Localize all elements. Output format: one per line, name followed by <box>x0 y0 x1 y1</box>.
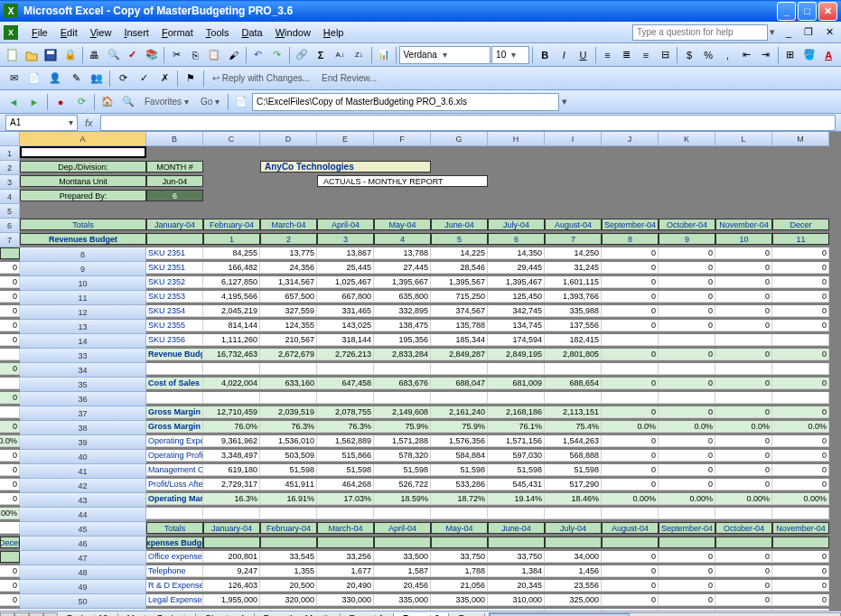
data-cell[interactable]: 0 <box>602 349 659 360</box>
data-cell[interactable]: 0.0% <box>0 435 20 447</box>
data-cell[interactable]: 18.72% <box>431 493 488 505</box>
row-header-46[interactable]: 46 <box>20 537 146 551</box>
data-cell[interactable] <box>374 392 431 404</box>
data-cell[interactable]: 619,180 <box>203 464 260 476</box>
row-label[interactable]: Operating Margin % <box>146 493 203 505</box>
row-header-11[interactable]: 11 <box>20 291 146 305</box>
data-cell[interactable]: 0.00% <box>0 508 20 519</box>
col-header-J[interactable]: J <box>602 132 659 146</box>
row-label[interactable]: Gross Margin % <box>146 421 203 433</box>
data-cell[interactable]: 1,601,115 <box>545 276 602 288</box>
data-cell[interactable]: 0 <box>0 276 20 288</box>
row-label[interactable]: Operating Profit/Loss <box>146 450 203 462</box>
data-cell[interactable]: 0 <box>0 334 20 346</box>
data-cell[interactable]: 0 <box>0 392 20 404</box>
row-label[interactable]: Revenue Budget <box>146 349 203 360</box>
data-cell[interactable]: 0 <box>659 479 715 490</box>
data-cell[interactable] <box>715 334 772 346</box>
bold-icon[interactable]: B <box>536 45 554 65</box>
back-icon[interactable]: ◄ <box>4 92 23 112</box>
data-cell[interactable]: 0 <box>772 406 829 418</box>
data-cell[interactable]: 0 <box>772 291 829 303</box>
data-cell[interactable]: 1,111,260 <box>203 334 260 346</box>
data-cell[interactable]: 0 <box>715 435 772 447</box>
data-cell[interactable]: 327,559 <box>260 305 317 317</box>
prepared-by-label[interactable]: Prepared By: <box>20 190 146 201</box>
sheet-tab-report 1[interactable]: Report 1 <box>340 613 394 617</box>
row-header-5[interactable]: 5 <box>0 204 20 219</box>
print-preview-icon[interactable]: 🔍 <box>105 45 123 65</box>
data-cell[interactable]: 0 <box>772 551 829 563</box>
data-cell[interactable]: 0 <box>0 493 20 505</box>
data-cell[interactable]: 126,403 <box>203 580 260 592</box>
data-cell[interactable]: 83,345 <box>374 609 431 611</box>
address-input[interactable]: C:\ExcelFiles\Copy of MasterBudgeting PR… <box>252 93 559 111</box>
row-header-45[interactable]: 45 <box>20 522 146 537</box>
data-cell[interactable]: 2,045,219 <box>203 305 260 317</box>
sheet-tab-rep[interactable]: Rep <box>448 613 484 617</box>
period-header[interactable]: April-04 <box>374 522 431 534</box>
data-cell[interactable]: 0 <box>0 421 20 433</box>
sheet-tab-report 2[interactable]: Report 2 <box>393 613 450 617</box>
row-label[interactable]: Legal Expenses <box>146 594 203 606</box>
stop-icon[interactable]: ● <box>51 92 70 112</box>
next-sheet-button[interactable]: ► <box>29 612 43 617</box>
data-cell[interactable]: 0.00% <box>602 493 659 505</box>
data-cell[interactable]: 28,546 <box>431 262 488 274</box>
col-header-H[interactable]: H <box>488 132 545 146</box>
data-cell[interactable]: 451,911 <box>260 479 317 490</box>
data-cell[interactable]: 330,000 <box>317 594 374 606</box>
data-cell[interactable] <box>0 378 20 389</box>
paste-icon[interactable]: 📋 <box>205 45 223 65</box>
data-cell[interactable]: 499,392 <box>203 609 260 611</box>
data-cell[interactable]: 2,672,679 <box>260 349 317 360</box>
select-all-corner[interactable] <box>0 132 20 146</box>
review-icon-6[interactable]: ⟳ <box>113 69 133 89</box>
data-cell[interactable]: 13,867 <box>317 247 374 259</box>
data-cell[interactable]: 335,988 <box>545 305 602 317</box>
data-cell[interactable]: 814,144 <box>203 320 260 331</box>
data-cell[interactable]: 0 <box>659 580 715 592</box>
data-cell[interactable]: 13,788 <box>374 247 431 259</box>
data-cell[interactable]: 0 <box>659 594 715 606</box>
review-icon-4[interactable]: ✎ <box>66 69 86 89</box>
data-cell[interactable]: 0 <box>715 450 772 462</box>
data-cell[interactable]: 318,144 <box>317 334 374 346</box>
data-cell[interactable]: 2,039,519 <box>260 406 317 418</box>
col-header-A[interactable]: A <box>20 132 146 146</box>
data-cell[interactable]: 29,445 <box>488 262 545 274</box>
period-header[interactable]: June-04 <box>431 219 488 230</box>
row-label[interactable]: SKU 2351 <box>146 262 203 274</box>
sort-desc-icon[interactable]: Z↓ <box>350 45 368 65</box>
data-cell[interactable]: 51,598 <box>317 464 374 476</box>
data-cell[interactable] <box>602 392 659 404</box>
open-icon[interactable] <box>23 45 41 65</box>
increase-indent-icon[interactable]: ⇥ <box>757 45 775 65</box>
row-header-41[interactable]: 41 <box>20 464 146 479</box>
redo-icon[interactable]: ↷ <box>268 45 286 65</box>
font-size-combo[interactable]: 10 <box>491 46 529 64</box>
data-cell[interactable]: 84,255 <box>203 247 260 259</box>
data-cell[interactable]: 635,800 <box>374 291 431 303</box>
data-cell[interactable]: 84,335 <box>545 609 602 611</box>
flag-icon[interactable]: ⚑ <box>181 69 201 89</box>
data-cell[interactable]: 667,800 <box>317 291 374 303</box>
data-cell[interactable]: 0 <box>715 291 772 303</box>
row-header-44[interactable]: 44 <box>20 508 146 522</box>
data-cell[interactable]: 0 <box>715 565 772 577</box>
data-cell[interactable]: 0 <box>772 276 829 288</box>
data-cell[interactable]: 0 <box>659 565 715 577</box>
data-cell[interactable]: 526,722 <box>374 479 431 490</box>
period-header[interactable]: October-04 <box>715 522 772 534</box>
data-cell[interactable]: 0 <box>772 594 829 606</box>
data-cell[interactable]: 2,729,317 <box>203 479 260 490</box>
align-right-icon[interactable]: ≡ <box>637 45 655 65</box>
data-cell[interactable]: 24,356 <box>260 262 317 274</box>
borders-icon[interactable]: ⊞ <box>781 45 799 65</box>
name-box[interactable]: A1▾ <box>5 115 78 131</box>
data-cell[interactable] <box>715 392 772 404</box>
data-cell[interactable] <box>203 392 260 404</box>
menu-close-icon[interactable]: ✕ <box>822 26 837 38</box>
data-cell[interactable]: 0.0% <box>772 421 829 433</box>
data-cell[interactable]: 76.0% <box>203 421 260 433</box>
